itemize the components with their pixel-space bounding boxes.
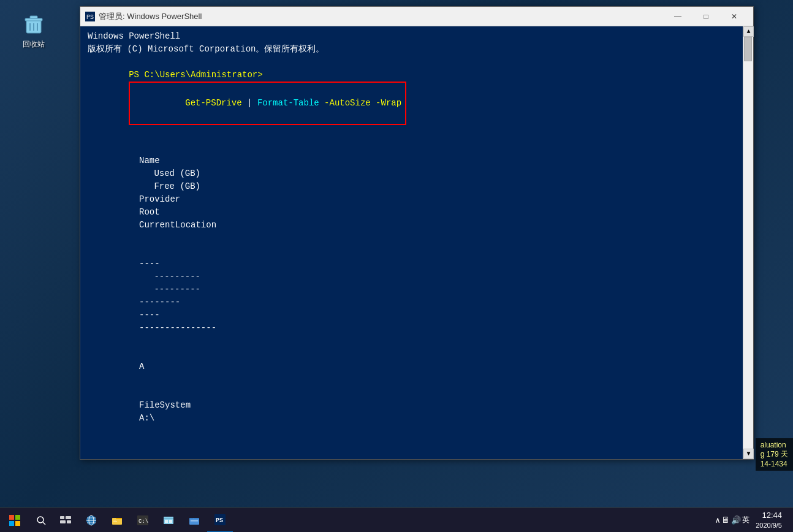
svg-rect-14 (60, 516, 64, 519)
tray-lang: 英 (742, 515, 749, 525)
blue-folder-button[interactable] (181, 508, 207, 533)
tray-network: 🖥 (721, 515, 730, 525)
ie-button[interactable] (78, 508, 104, 533)
col-used: Used (GB) (139, 167, 200, 180)
scroll-thumb[interactable] (744, 37, 752, 61)
svg-text:PS: PS (216, 517, 223, 524)
start-button[interactable] (0, 508, 29, 533)
tray-icons: ∧ 🖥 🔊 英 (715, 515, 749, 525)
window-title: 管理员: Windows PowerShell (99, 11, 664, 22)
svg-rect-24 (113, 520, 116, 520)
svg-rect-11 (15, 521, 20, 526)
col-root: Root (139, 206, 249, 219)
svg-rect-9 (15, 515, 20, 520)
scrollbar[interactable]: ▲ ▼ (743, 26, 753, 459)
svg-rect-1 (25, 18, 42, 21)
window-controls: — □ ✕ (664, 7, 748, 26)
scroll-up-button[interactable]: ▲ (743, 26, 754, 37)
svg-rect-33 (191, 520, 198, 521)
svg-rect-16 (60, 520, 66, 523)
recycle-bin-label: 回收站 (23, 39, 45, 50)
close-button[interactable]: ✕ (720, 7, 748, 26)
title-bar: PS 管理员: Windows PowerShell — □ ✕ (80, 7, 753, 26)
ps-line2: 版权所有 (C) Microsoft Corporation。保留所有权利。 (88, 43, 735, 56)
tray-volume: 🔊 (731, 515, 741, 525)
search-button[interactable] (29, 508, 53, 533)
col-provider: Provider (139, 193, 207, 206)
scroll-track[interactable] (743, 37, 753, 449)
terminal-content[interactable]: Windows PowerShell 版权所有 (C) Microsoft Co… (80, 26, 743, 459)
svg-text:C:\>: C:\> (138, 519, 148, 525)
clock-date: 2020/9/5 (756, 521, 782, 530)
clock-time: 12:44 (762, 511, 782, 521)
table-row: Alias Alias (88, 450, 735, 459)
show-desktop-button[interactable] (784, 508, 788, 533)
tray-arrow[interactable]: ∧ (715, 515, 720, 525)
table-separator: ---- --------- --------- -------- ---- -… (88, 245, 735, 348)
task-view-button[interactable] (53, 508, 78, 533)
svg-rect-17 (67, 520, 71, 523)
table-header: Name Used (GB) Free (GB) Provider Root C… (88, 142, 735, 245)
table-row: A FileSystem A:\ (88, 348, 735, 450)
command-line: PS C:\Users\Administrator> Get-PSDrive |… (88, 56, 735, 138)
svg-rect-30 (165, 520, 168, 523)
prompt-text: PS C:\Users\Administrator> (129, 70, 262, 80)
maximize-button[interactable]: □ (692, 7, 720, 26)
svg-rect-10 (9, 521, 14, 526)
taskbar-tray: ∧ 🖥 🔊 英 12:44 2020/9/5 (715, 508, 793, 533)
cmd-get: Get-PSDrive (185, 98, 241, 108)
svg-rect-8 (9, 515, 14, 520)
recycle-bin-icon[interactable]: 回收站 (12, 12, 55, 50)
corner-line1: aluation (761, 441, 788, 449)
svg-rect-29 (164, 519, 173, 519)
file-manager-button[interactable] (156, 508, 181, 533)
col-name: Name (139, 154, 194, 167)
taskbar-apps: C:\> (53, 508, 715, 533)
cmd-pipe: | (242, 98, 257, 108)
svg-line-13 (43, 522, 45, 525)
taskbar: C:\> (0, 507, 793, 532)
col-current: CurrentLocation (139, 220, 216, 230)
svg-rect-31 (169, 520, 172, 523)
svg-point-12 (37, 517, 44, 523)
powershell-icon: PS (85, 12, 95, 21)
corner-line3: 14-1434 (761, 460, 788, 468)
cmd-params: -AutoSize -Wrap (319, 98, 401, 108)
command-box: Get-PSDrive | Format-Table -AutoSize -Wr… (129, 82, 406, 125)
corner-line2: g 179 天 (761, 449, 788, 460)
explorer-button[interactable] (104, 508, 130, 533)
scroll-down-button[interactable]: ▼ (743, 449, 754, 459)
powershell-taskbar-button[interactable]: PS (207, 508, 233, 533)
col-free: Free (GB) (139, 180, 200, 193)
svg-rect-15 (66, 516, 71, 519)
svg-rect-34 (191, 522, 198, 522)
desktop: 回收站 PS 管理员: Windows PowerShell — □ ✕ ▲ (0, 0, 793, 532)
ps-line1: Windows PowerShell (88, 30, 735, 43)
cmd-button[interactable]: C:\> (130, 508, 156, 533)
svg-rect-2 (30, 16, 37, 18)
corner-notification: aluation g 179 天 14-1434 (756, 438, 793, 471)
minimize-button[interactable]: — (664, 7, 692, 26)
cmd-format: Format-Table (257, 98, 319, 108)
svg-text:PS: PS (86, 14, 94, 21)
svg-rect-25 (113, 521, 117, 522)
powershell-window: PS 管理员: Windows PowerShell — □ ✕ ▲ ▼ Win… (80, 6, 754, 460)
